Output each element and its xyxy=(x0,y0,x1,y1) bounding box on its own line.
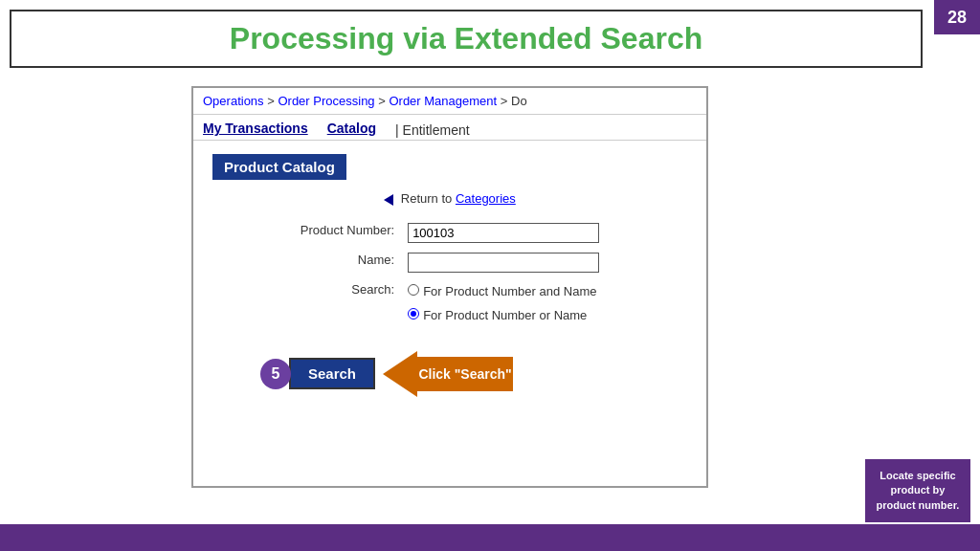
name-label: Name: xyxy=(295,249,400,276)
search-form: Product Number: Name: Search: For Pr xyxy=(293,217,607,336)
breadcrumb-order-processing[interactable]: Order Processing xyxy=(278,94,374,108)
tab-my-transactions[interactable]: My Transactions xyxy=(203,121,308,140)
tab-catalog[interactable]: Catalog xyxy=(327,121,376,140)
breadcrumb: Operations > Order Processing > Order Ma… xyxy=(193,88,706,115)
breadcrumb-order-management[interactable]: Order Management xyxy=(389,94,497,108)
product-number-input[interactable] xyxy=(408,223,599,243)
return-text: Return to xyxy=(401,191,452,206)
search-label: Search: xyxy=(295,278,400,334)
arrow-shape: Click "Search" xyxy=(383,351,513,397)
radio-group: For Product Number and Name For Product … xyxy=(408,282,599,326)
slide-title-box: Processing via Extended Search xyxy=(10,10,923,68)
product-number-label: Product Number: xyxy=(295,219,400,247)
breadcrumb-operations[interactable]: Operations xyxy=(203,94,264,108)
arrow-label-container: Click "Search" xyxy=(383,351,513,397)
bottom-bar xyxy=(0,524,980,551)
search-button[interactable]: Search xyxy=(289,358,375,389)
triangle-left-icon xyxy=(384,194,393,206)
radio-option2-button[interactable] xyxy=(408,308,419,320)
screenshot-frame: Operations > Order Processing > Order Ma… xyxy=(191,86,708,488)
nav-separator: | Entitlement xyxy=(395,122,470,138)
arrow-head-icon xyxy=(383,351,417,397)
radio-option2-label: For Product Number or Name xyxy=(423,306,587,326)
name-input[interactable] xyxy=(408,253,599,273)
nav-tabs: My Transactions Catalog | Entitlement xyxy=(193,115,706,141)
step-5-badge: 5 xyxy=(260,359,291,389)
radio-option1-button[interactable] xyxy=(408,284,419,296)
radio-option1-row: For Product Number and Name xyxy=(408,282,599,302)
note-text: Locate specific product by product numbe… xyxy=(877,470,960,511)
return-to-row: Return to Categories xyxy=(203,191,697,206)
click-search-label: Click "Search" xyxy=(418,366,511,382)
product-catalog-header: Product Catalog xyxy=(212,154,346,180)
search-action-area: 5 Search Click "Search" xyxy=(203,351,697,397)
categories-link[interactable]: Categories xyxy=(456,191,516,206)
arrow-body: Click "Search" xyxy=(417,357,513,391)
catalog-content: Return to Categories Product Number: Nam… xyxy=(193,180,706,408)
radio-option1-label: For Product Number and Name xyxy=(423,282,596,302)
slide-title: Processing via Extended Search xyxy=(230,21,702,55)
page-number-badge: 28 xyxy=(934,0,980,34)
radio-option2-row: For Product Number or Name xyxy=(408,306,599,326)
note-box: Locate specific product by product numbe… xyxy=(865,459,970,522)
